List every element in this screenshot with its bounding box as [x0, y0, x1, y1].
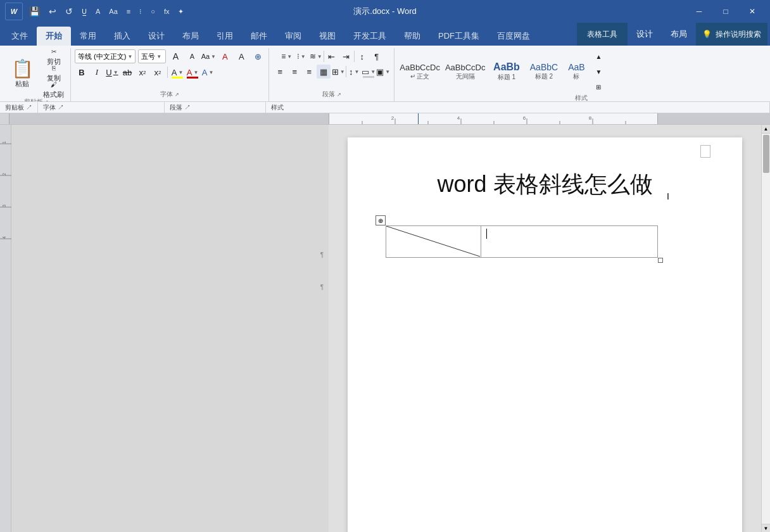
tab-mail[interactable]: 邮件	[242, 27, 276, 46]
clipboard-expand[interactable]: 剪贴板 ↗	[0, 102, 38, 113]
bullets-button[interactable]: ≡▼	[280, 49, 294, 63]
numbering-button[interactable]: ⁝▼	[294, 49, 308, 63]
font2-quickaccess[interactable]: Aa	[106, 8, 120, 15]
svg-text:2: 2	[391, 115, 394, 121]
tab-home[interactable]: 开始	[37, 27, 71, 46]
tab-pdf[interactable]: PDF工具集	[429, 27, 488, 46]
clear-format-button[interactable]: A	[218, 49, 232, 63]
scroll-up[interactable]: ▲	[762, 125, 771, 134]
font-name-arrow: ▼	[127, 54, 132, 60]
sep3	[354, 51, 355, 62]
close-button[interactable]: ✕	[740, 3, 765, 20]
justify-button[interactable]: ▦	[317, 65, 331, 79]
font-color-button[interactable]: A ▼	[186, 65, 199, 79]
tab-review[interactable]: 审阅	[276, 27, 310, 46]
tab-layout[interactable]: 布局	[174, 27, 208, 46]
table-resize-handle[interactable]	[658, 258, 663, 263]
multilevel-button[interactable]: ≋▼	[309, 49, 323, 63]
tab-baidu[interactable]: 百度网盘	[488, 27, 539, 46]
table-cell-diag[interactable]	[386, 226, 481, 258]
paragraph-expand[interactable]: 段落 ↗	[165, 102, 266, 113]
align-left-button[interactable]: ≡	[273, 65, 287, 79]
style-h1-sample: AaBb	[493, 61, 520, 73]
style-nospace[interactable]: AaBbCcDc 无间隔	[444, 61, 487, 82]
tab-bar: 文件 开始 常用 插入 设计 布局 引用 邮件 审阅 视图 开发工具 帮助 PD…	[0, 23, 770, 46]
font-expand[interactable]: 字体 ↗	[38, 102, 165, 113]
underline-quickaccess[interactable]: U̲	[79, 8, 89, 16]
format-painter-button[interactable]: 🖌 格式刷	[41, 82, 66, 98]
tab-file[interactable]: 文件	[3, 27, 37, 46]
style-scroll-down[interactable]: ▼	[591, 65, 605, 79]
help-search[interactable]: 💡 操作说明搜索	[696, 23, 767, 46]
font-name-selector[interactable]: 等线 (中文正文) ▼	[75, 49, 136, 63]
underline-button[interactable]: U▼	[105, 65, 119, 79]
italic-button[interactable]: I	[90, 65, 104, 79]
tab-insert[interactable]: 插入	[105, 27, 139, 46]
highlight-arrow: ▼	[178, 70, 183, 75]
superscript-button[interactable]: x2	[151, 65, 165, 79]
doc-area[interactable]: word 表格斜线怎么做 I ⊕	[329, 125, 761, 532]
change-case-button[interactable]: Aa▼	[201, 49, 215, 63]
circle-quickaccess[interactable]: ○	[148, 8, 158, 15]
scroll-thumb[interactable]	[763, 135, 769, 173]
styles-expand[interactable]: 样式	[266, 102, 770, 113]
format-painter-icon: 🖌	[51, 81, 57, 88]
main-area: 1 2 3 4 ¶ ¶ word 表格斜线怎么做 I ⊕	[0, 125, 770, 532]
scrollbar[interactable]: ▲ ▼	[761, 125, 770, 532]
paste-icon: 📋	[11, 58, 34, 79]
sort-button[interactable]: ↕	[355, 49, 369, 63]
style-more[interactable]: AaB 标	[564, 61, 589, 82]
tab-help[interactable]: 帮助	[395, 27, 429, 46]
align-quickaccess[interactable]: ⁝	[137, 8, 144, 16]
subscript-button[interactable]: x2	[136, 65, 149, 79]
paste-button[interactable]: 📋 粘贴	[6, 54, 38, 92]
ribbon-labels: 剪贴板 ↗ 字体 ↗ 段落 ↗ 样式	[0, 101, 770, 113]
svg-text:8: 8	[589, 115, 592, 121]
align-right-button[interactable]: ≡	[302, 65, 316, 79]
highlight-button[interactable]: A ▼	[170, 65, 184, 79]
save-quickaccess[interactable]: 💾	[27, 6, 42, 16]
bold-button[interactable]: B	[75, 65, 89, 79]
cut-button[interactable]: ✂ 剪切	[41, 49, 66, 65]
more-quickaccess[interactable]: ✦	[175, 8, 186, 16]
tab-references[interactable]: 引用	[208, 27, 242, 46]
style-normal[interactable]: AaBbCcDc ↵ 正文	[398, 61, 441, 82]
show-marks-button[interactable]: ¶	[370, 49, 384, 63]
undo-quickaccess[interactable]: ↩	[46, 6, 59, 16]
increase-indent-button[interactable]: ⇥	[339, 49, 353, 63]
increase-font-button[interactable]: A	[168, 49, 182, 63]
title-center: 演示.docx - Word	[353, 6, 416, 17]
copy-button[interactable]: ⎘ 复制	[41, 66, 66, 81]
font-size-selector[interactable]: 五号 ▼	[138, 49, 166, 63]
formula-quickaccess[interactable]: fx	[161, 8, 172, 15]
style-h2[interactable]: AaBbC 标题 2	[526, 61, 561, 82]
table-wrapper[interactable]: ⊕	[386, 225, 658, 258]
table-move-handle[interactable]: ⊕	[376, 215, 386, 225]
add-button[interactable]: ⊕	[251, 49, 265, 63]
align-center-button[interactable]: ≡	[287, 65, 301, 79]
column-button[interactable]: ⊞▼	[331, 65, 345, 79]
font-quickaccess[interactable]: A	[93, 8, 103, 15]
decrease-font-button[interactable]: A	[185, 49, 199, 63]
maximize-button[interactable]: □	[713, 3, 738, 20]
tab-develop[interactable]: 开发工具	[344, 27, 395, 46]
minimize-button[interactable]: ─	[686, 3, 712, 20]
line-spacing-button[interactable]: ↕▼	[347, 65, 361, 79]
border-button[interactable]: ▣▼	[376, 65, 390, 79]
tab-tlayout[interactable]: 布局	[662, 25, 696, 44]
decrease-indent-button[interactable]: ⇤	[325, 49, 339, 63]
style-h1[interactable]: AaBb 标题 1	[489, 60, 524, 83]
special-char-button[interactable]: A	[234, 49, 248, 63]
tab-view[interactable]: 视图	[310, 27, 344, 46]
tab-common[interactable]: 常用	[71, 27, 105, 46]
strikethrough-button[interactable]: ab	[120, 65, 134, 79]
redo-quickaccess[interactable]: ↺	[63, 6, 75, 16]
style-more-button[interactable]: ⊞	[591, 80, 605, 94]
tab-tdesign[interactable]: 设计	[628, 25, 662, 44]
shading-button[interactable]: ▭ ▼	[362, 65, 376, 79]
style-scroll-up[interactable]: ▲	[591, 49, 605, 63]
font-effect-button[interactable]: A ▼	[201, 65, 215, 79]
format-quickaccess[interactable]: ≡	[124, 8, 133, 15]
scroll-down[interactable]: ▼	[762, 524, 771, 532]
tab-design[interactable]: 设计	[139, 27, 174, 46]
